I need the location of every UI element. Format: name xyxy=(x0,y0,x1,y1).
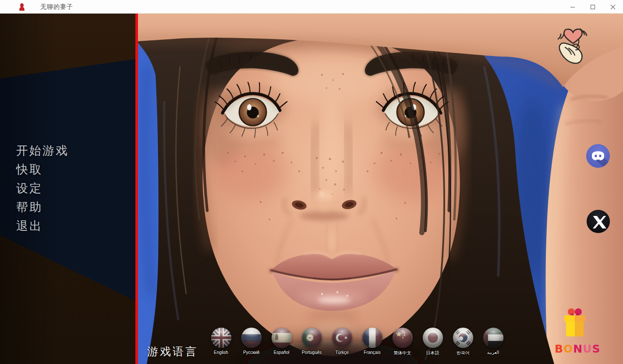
close-button[interactable] xyxy=(603,0,623,14)
language-option-arabic[interactable]: العربية xyxy=(478,328,508,356)
background-art xyxy=(138,14,623,364)
app-icon xyxy=(18,3,25,11)
language-bar: English Русский Español xyxy=(206,328,508,356)
language-option-english[interactable]: English xyxy=(206,328,236,356)
flag-uk-icon xyxy=(211,328,231,348)
language-option-russian[interactable]: Русский xyxy=(236,328,266,356)
game-area: 开始游戏 快取 设定 帮助 退出 游戏语言 English xyxy=(0,14,623,364)
flag-spain-icon xyxy=(272,328,292,348)
language-option-spanish[interactable]: Español xyxy=(266,328,297,356)
finger-heart-icon[interactable] xyxy=(554,25,593,69)
flag-china-icon xyxy=(393,328,413,348)
flag-russia-icon xyxy=(241,328,262,348)
language-option-korean[interactable]: 한국어 xyxy=(448,328,478,356)
flag-turkey-icon xyxy=(332,328,352,348)
window-title: 无聊的妻子 xyxy=(40,0,73,14)
minimize-icon xyxy=(570,4,575,10)
bonus-label: BONUS xyxy=(555,343,595,355)
flag-korea-icon xyxy=(453,328,473,348)
flag-uae-icon xyxy=(483,328,503,348)
flag-france-icon xyxy=(362,328,382,348)
language-option-turkish[interactable]: Türkçe xyxy=(327,328,357,356)
main-menu: 开始游戏 快取 设定 帮助 退出 xyxy=(16,141,69,236)
minimize-button[interactable] xyxy=(563,0,583,14)
close-icon xyxy=(610,4,616,10)
discord-icon[interactable] xyxy=(586,144,610,168)
language-label: 游戏语言 xyxy=(147,344,198,359)
menu-item-load[interactable]: 快取 xyxy=(16,160,69,179)
maximize-icon xyxy=(590,4,595,10)
bonus-button[interactable]: BONUS xyxy=(555,307,595,355)
gift-icon xyxy=(562,307,588,340)
portrait-illustration xyxy=(138,14,623,364)
menu-item-help[interactable]: 帮助 xyxy=(16,198,69,217)
language-option-portuguese[interactable]: Português xyxy=(297,328,327,356)
window-controls xyxy=(563,0,623,14)
flag-japan-icon xyxy=(423,328,443,348)
titlebar: 无聊的妻子 xyxy=(0,0,623,14)
menu-item-start[interactable]: 开始游戏 xyxy=(16,141,69,160)
menu-item-settings[interactable]: 设定 xyxy=(16,179,69,198)
app-window: 无聊的妻子 xyxy=(0,0,623,364)
maximize-button[interactable] xyxy=(583,0,603,14)
language-option-japanese[interactable]: 日本語 xyxy=(418,328,448,356)
red-divider xyxy=(135,14,138,364)
language-option-french[interactable]: Français xyxy=(357,328,387,356)
x-twitter-icon[interactable] xyxy=(587,210,610,233)
language-option-chinese[interactable]: 简体中文 xyxy=(387,328,418,356)
menu-panel: 开始游戏 快取 设定 帮助 退出 xyxy=(0,14,135,364)
flag-portugal-icon xyxy=(302,328,322,348)
menu-item-quit[interactable]: 退出 xyxy=(16,217,69,236)
